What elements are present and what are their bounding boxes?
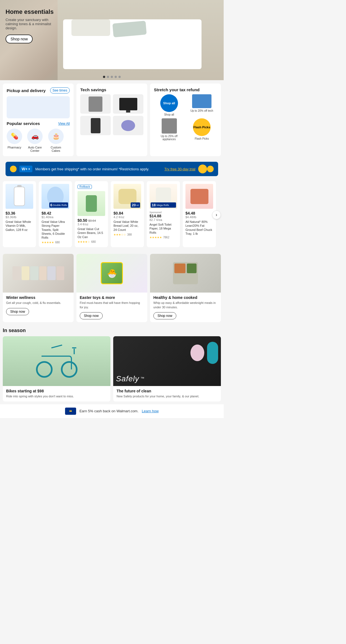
pharmacy-icon: 💊 xyxy=(7,129,22,144)
tax-title: Stretch your tax refund xyxy=(154,87,217,92)
tech-title: Tech savings xyxy=(80,87,143,92)
bike-shape xyxy=(36,345,78,378)
popular-header: Popular services View All xyxy=(7,121,70,126)
carousel-dot-5[interactable] xyxy=(118,76,121,78)
product-image-beef xyxy=(185,184,213,209)
product-image-bread: 20 oz xyxy=(113,184,141,209)
view-all-link[interactable]: View All xyxy=(58,122,70,126)
in-season-safely-card: Safely ™ The future of clean New Safely … xyxy=(113,336,221,401)
bikes-name: Bikes starting at $98 xyxy=(6,389,107,393)
custom-cakes-label: Custom Cakes xyxy=(48,146,64,152)
wplus-trial-link[interactable]: Try free 30-day trial xyxy=(164,167,195,171)
pickup-title: Pickup and delivery xyxy=(7,88,46,93)
flash-picks-item[interactable]: Flash Picks Flash Picks xyxy=(187,118,217,141)
wellness-name: Winter wellness xyxy=(6,295,70,300)
product-card-bread[interactable]: 20 oz $0.84 4.2 ¢/oz Great Value White B… xyxy=(111,181,144,247)
tech-discount-label: Up to 20% off tech xyxy=(190,109,213,112)
safely-trademark: ™ xyxy=(140,376,144,380)
carousel-indicators xyxy=(103,76,121,78)
hero-title: Home essentials xyxy=(6,8,61,15)
product-name-bread: Great Value White Bread Loaf, 20 oz, 24 … xyxy=(113,220,141,232)
tax-appliance-item[interactable]: Up to 25% off appliances xyxy=(154,118,184,141)
product-price-unit-milk: $3.36/lb xyxy=(6,215,33,219)
footer-learn-how-link[interactable]: Learn how xyxy=(142,409,159,413)
product-card-beef[interactable]: $4.48 $4.48/lb All Natural* 80% Lean/20%… xyxy=(183,181,216,247)
carousel-dot-4[interactable] xyxy=(115,76,117,78)
in-season-section: In season Bikes starting at $98 Ride int… xyxy=(0,325,224,404)
product-image-milk xyxy=(6,184,33,209)
pickup-map-area xyxy=(7,96,70,118)
easter-name: Easter toys & more xyxy=(80,295,144,300)
hero-subtitle: Create your sanctuary with calming tones… xyxy=(6,18,61,30)
product-card-towel[interactable]: 6 Double Rolls $8.42 $1.40/ea Great Valu… xyxy=(39,181,72,247)
product-name-tp: Angel Soft Toilet Paper, 18 Mega Rolls xyxy=(149,223,177,234)
pharmacy-service[interactable]: 💊 Pharmacy xyxy=(7,129,22,152)
services-row: Pickup and delivery See times Popular se… xyxy=(0,80,224,160)
wplus-banner: W+ ✦ Members get free shipping* with no … xyxy=(6,162,218,176)
tech-earbuds-item[interactable] xyxy=(113,116,143,135)
products-next-arrow[interactable]: › xyxy=(212,210,221,219)
star-count-greenbeans: 680 xyxy=(91,240,96,243)
popular-services-icons: 💊 Pharmacy 🚗 Auto Care Center 🎂 Custom C… xyxy=(7,129,70,152)
tech-phone-item[interactable] xyxy=(80,116,111,135)
carousel-dot-1[interactable] xyxy=(103,76,105,78)
laptop-image xyxy=(192,94,211,108)
tablet-image xyxy=(89,97,102,112)
shop-all-label: Shop all xyxy=(163,101,175,105)
tech-tv-item[interactable] xyxy=(113,94,143,114)
category-card-cooking: Healthy & home cooked Whip up easy & aff… xyxy=(150,254,221,322)
credit-card-label: 💳 xyxy=(69,410,72,412)
in-season-grid: Bikes starting at $98 Ride into spring w… xyxy=(3,336,221,401)
easter-shop-button[interactable]: Shop now xyxy=(80,312,103,319)
hero-shop-button[interactable]: Shop now xyxy=(6,35,33,43)
in-season-title: In season xyxy=(3,328,221,333)
carousel-dot-3[interactable] xyxy=(111,76,113,78)
bike-frame-shape xyxy=(42,356,72,369)
milk-jug-shape xyxy=(14,187,25,206)
tp-stars: ★★★★★ 7862 xyxy=(149,234,177,239)
footer-banner: 💳 Earn 5% cash back on Walmart.com. Lear… xyxy=(0,404,224,418)
category-row: Winter wellness Get all your cough, cold… xyxy=(0,251,224,325)
wellness-shop-button[interactable]: Shop now xyxy=(6,308,29,315)
wplus-logo-text: W+ xyxy=(22,167,27,171)
cooking-name: Healthy & home cooked xyxy=(153,295,218,300)
greenbeans-stars: ★★★★☆ 680 xyxy=(78,239,105,244)
wplus-yellow-circle-right xyxy=(198,165,207,173)
tech-tablet-item[interactable] xyxy=(80,94,111,114)
wplus-logo: W+ ✦ xyxy=(19,166,32,172)
towel-count-badge: 6 Double Rolls xyxy=(49,202,68,208)
bed-pillow1 xyxy=(71,19,110,36)
product-card-milk[interactable]: $3.36 $3.36/lb Great Value Whole Vitamin… xyxy=(3,181,36,247)
product-card-greenbeans[interactable]: Rollback $0.50 $0.64 3.4 ¢/oz Great Valu… xyxy=(75,181,108,247)
products-section: $3.36 $3.36/lb Great Value Whole Vitamin… xyxy=(0,178,224,251)
tax-grid: Shop all Shop all Up to 20% off tech Up … xyxy=(154,94,217,141)
pickup-header: Pickup and delivery See times xyxy=(7,87,70,93)
see-times-button[interactable]: See times xyxy=(50,87,70,93)
product-price-original-greenbeans: $0.64 xyxy=(88,219,96,222)
safely-flower xyxy=(190,345,204,361)
flash-picks-label: Flash Picks xyxy=(193,126,210,129)
product-image-towel: 6 Double Rolls xyxy=(42,184,69,209)
carousel-dot-2[interactable] xyxy=(107,76,109,78)
phone-image xyxy=(91,118,100,133)
flash-picks-circle[interactable]: Flash Picks xyxy=(193,118,211,136)
cooking-shop-button[interactable]: Shop now xyxy=(153,312,176,319)
towel-count-label: Double Rolls xyxy=(53,204,67,207)
tax-shop-all-item[interactable]: Shop all Shop all xyxy=(154,94,184,116)
green-beans-can-shape xyxy=(86,195,97,212)
easter-image: 🐣 xyxy=(76,254,147,293)
cooking-image xyxy=(150,254,221,293)
product-card-tp[interactable]: 18 Mega Rolls Sponsored $14.88 82.7 ¢/ea… xyxy=(147,181,180,247)
shop-all-circle[interactable]: Shop all xyxy=(160,94,178,112)
custom-cakes-service[interactable]: 🎂 Custom Cakes xyxy=(48,129,64,152)
tax-refund-card: Stretch your tax refund Shop all Shop al… xyxy=(150,84,221,156)
tax-laptop-item[interactable]: Up to 20% off tech xyxy=(187,94,217,116)
wplus-yellow-circle-left xyxy=(10,166,17,172)
wellness-content: Winter wellness Get all your cough, cold… xyxy=(3,293,74,318)
product-price-unit-tp: 82.7 ¢/ea xyxy=(149,218,177,221)
cooking-desc: Whip up easy & affordable weeknight meal… xyxy=(153,301,218,309)
towel-count-num: 6 xyxy=(50,203,52,207)
products-scroll-wrapper: $3.36 $3.36/lb Great Value Whole Vitamin… xyxy=(3,181,221,248)
auto-care-service[interactable]: 🚗 Auto Care Center xyxy=(27,129,43,152)
tp-count-num: 18 xyxy=(152,203,156,207)
